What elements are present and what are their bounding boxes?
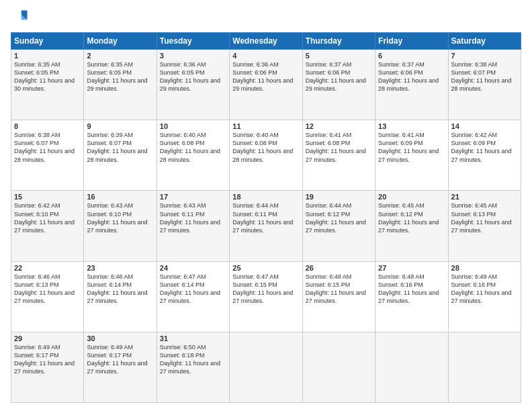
calendar-header: SundayMondayTuesdayWednesdayThursdayFrid…: [11, 33, 521, 50]
weekday-header: Tuesday: [157, 33, 229, 50]
weekday-header: Friday: [375, 33, 448, 50]
calendar-cell: 15Sunrise: 6:42 AMSunset: 6:10 PMDayligh…: [11, 191, 84, 261]
calendar-cell: [302, 332, 375, 402]
day-number: 4: [232, 52, 299, 60]
calendar-cell: 14Sunrise: 6:42 AMSunset: 6:09 PMDayligh…: [448, 120, 521, 191]
calendar-cell: 19Sunrise: 6:44 AMSunset: 6:12 PMDayligh…: [302, 191, 375, 261]
day-number: 9: [87, 122, 153, 130]
calendar-cell: 10Sunrise: 6:40 AMSunset: 6:08 PMDayligh…: [157, 120, 229, 191]
day-number: 10: [160, 122, 226, 130]
calendar-cell: 6Sunrise: 6:37 AMSunset: 6:06 PMDaylight…: [375, 50, 448, 120]
calendar-body: 1Sunrise: 6:35 AMSunset: 6:05 PMDaylight…: [11, 50, 521, 403]
day-number: 17: [160, 193, 226, 201]
day-number: 15: [14, 193, 81, 201]
page: SundayMondayTuesdayWednesdayThursdayFrid…: [0, 0, 532, 411]
day-info: Sunrise: 6:41 AMSunset: 6:08 PMDaylight:…: [306, 131, 372, 164]
calendar-cell: 2Sunrise: 6:35 AMSunset: 6:05 PMDaylight…: [84, 50, 157, 120]
calendar-cell: 18Sunrise: 6:44 AMSunset: 6:11 PMDayligh…: [230, 191, 302, 261]
day-number: 29: [14, 334, 81, 342]
day-info: Sunrise: 6:37 AMSunset: 6:06 PMDaylight:…: [306, 60, 372, 93]
day-info: Sunrise: 6:43 AMSunset: 6:11 PMDaylight:…: [160, 201, 226, 234]
calendar-cell: 25Sunrise: 6:47 AMSunset: 6:15 PMDayligh…: [230, 261, 302, 332]
weekday-header: Thursday: [302, 33, 375, 50]
calendar-week-row: 29Sunrise: 6:49 AMSunset: 6:17 PMDayligh…: [11, 332, 521, 402]
day-info: Sunrise: 6:46 AMSunset: 6:14 PMDaylight:…: [87, 273, 153, 306]
calendar-cell: 9Sunrise: 6:39 AMSunset: 6:07 PMDaylight…: [84, 120, 157, 191]
calendar-cell: [448, 332, 521, 402]
calendar-cell: 17Sunrise: 6:43 AMSunset: 6:11 PMDayligh…: [157, 191, 229, 261]
day-number: 2: [87, 52, 153, 60]
day-info: Sunrise: 6:41 AMSunset: 6:09 PMDaylight:…: [378, 131, 445, 164]
day-info: Sunrise: 6:40 AMSunset: 6:08 PMDaylight:…: [160, 131, 226, 164]
calendar-week-row: 22Sunrise: 6:46 AMSunset: 6:13 PMDayligh…: [11, 261, 521, 332]
day-number: 21: [451, 193, 518, 201]
day-info: Sunrise: 6:37 AMSunset: 6:06 PMDaylight:…: [378, 60, 445, 93]
day-number: 19: [306, 193, 372, 201]
day-info: Sunrise: 6:42 AMSunset: 6:10 PMDaylight:…: [14, 201, 81, 234]
day-info: Sunrise: 6:48 AMSunset: 6:16 PMDaylight:…: [378, 273, 445, 306]
day-number: 20: [378, 193, 445, 201]
day-info: Sunrise: 6:45 AMSunset: 6:12 PMDaylight:…: [378, 201, 445, 234]
day-number: 27: [378, 264, 445, 272]
calendar-cell: 16Sunrise: 6:43 AMSunset: 6:10 PMDayligh…: [84, 191, 157, 261]
weekday-header: Monday: [84, 33, 157, 50]
calendar-cell: 13Sunrise: 6:41 AMSunset: 6:09 PMDayligh…: [375, 120, 448, 191]
day-number: 25: [232, 264, 299, 272]
day-number: 14: [451, 122, 518, 130]
calendar-cell: 26Sunrise: 6:48 AMSunset: 6:15 PMDayligh…: [302, 261, 375, 332]
calendar-cell: 20Sunrise: 6:45 AMSunset: 6:12 PMDayligh…: [375, 191, 448, 261]
weekday-header: Sunday: [11, 33, 84, 50]
weekday-header-row: SundayMondayTuesdayWednesdayThursdayFrid…: [11, 33, 521, 50]
day-number: 30: [87, 334, 153, 342]
calendar-cell: 27Sunrise: 6:48 AMSunset: 6:16 PMDayligh…: [375, 261, 448, 332]
calendar-cell: 29Sunrise: 6:49 AMSunset: 6:17 PMDayligh…: [11, 332, 84, 402]
day-number: 16: [87, 193, 153, 201]
day-info: Sunrise: 6:47 AMSunset: 6:15 PMDaylight:…: [232, 273, 299, 306]
calendar-cell: 5Sunrise: 6:37 AMSunset: 6:06 PMDaylight…: [302, 50, 375, 120]
day-number: 13: [378, 122, 445, 130]
day-info: Sunrise: 6:43 AMSunset: 6:10 PMDaylight:…: [87, 201, 153, 234]
day-info: Sunrise: 6:45 AMSunset: 6:13 PMDaylight:…: [451, 201, 518, 234]
calendar-week-row: 15Sunrise: 6:42 AMSunset: 6:10 PMDayligh…: [11, 191, 521, 261]
calendar-cell: 12Sunrise: 6:41 AMSunset: 6:08 PMDayligh…: [302, 120, 375, 191]
calendar-cell: 21Sunrise: 6:45 AMSunset: 6:13 PMDayligh…: [448, 191, 521, 261]
calendar-cell: 4Sunrise: 6:36 AMSunset: 6:06 PMDaylight…: [230, 50, 302, 120]
day-number: 1: [14, 52, 81, 60]
weekday-header: Saturday: [448, 33, 521, 50]
calendar-cell: 22Sunrise: 6:46 AMSunset: 6:13 PMDayligh…: [11, 261, 84, 332]
day-number: 6: [378, 52, 445, 60]
day-info: Sunrise: 6:42 AMSunset: 6:09 PMDaylight:…: [451, 131, 518, 164]
day-info: Sunrise: 6:47 AMSunset: 6:14 PMDaylight:…: [160, 273, 226, 306]
header: [11, 8, 521, 27]
day-info: Sunrise: 6:46 AMSunset: 6:13 PMDaylight:…: [14, 273, 81, 306]
day-number: 8: [14, 122, 81, 130]
day-info: Sunrise: 6:36 AMSunset: 6:06 PMDaylight:…: [232, 60, 299, 93]
day-info: Sunrise: 6:40 AMSunset: 6:08 PMDaylight:…: [232, 131, 299, 164]
day-info: Sunrise: 6:35 AMSunset: 6:05 PMDaylight:…: [14, 60, 81, 93]
day-number: 5: [306, 52, 372, 60]
logo-icon: [11, 8, 30, 27]
calendar-cell: 28Sunrise: 6:49 AMSunset: 6:16 PMDayligh…: [448, 261, 521, 332]
calendar-cell: 11Sunrise: 6:40 AMSunset: 6:08 PMDayligh…: [230, 120, 302, 191]
day-number: 26: [306, 264, 372, 272]
day-info: Sunrise: 6:38 AMSunset: 6:07 PMDaylight:…: [451, 60, 518, 93]
calendar-cell: 31Sunrise: 6:50 AMSunset: 6:18 PMDayligh…: [157, 332, 229, 402]
logo: [11, 8, 32, 27]
calendar-week-row: 8Sunrise: 6:38 AMSunset: 6:07 PMDaylight…: [11, 120, 521, 191]
day-info: Sunrise: 6:36 AMSunset: 6:05 PMDaylight:…: [160, 60, 226, 93]
day-number: 31: [160, 334, 226, 342]
day-number: 23: [87, 264, 153, 272]
day-info: Sunrise: 6:49 AMSunset: 6:17 PMDaylight:…: [87, 343, 153, 376]
calendar-cell: 7Sunrise: 6:38 AMSunset: 6:07 PMDaylight…: [448, 50, 521, 120]
calendar-cell: 1Sunrise: 6:35 AMSunset: 6:05 PMDaylight…: [11, 50, 84, 120]
calendar-cell: [230, 332, 302, 402]
day-number: 12: [306, 122, 372, 130]
day-number: 24: [160, 264, 226, 272]
day-number: 18: [232, 193, 299, 201]
day-info: Sunrise: 6:50 AMSunset: 6:18 PMDaylight:…: [160, 343, 226, 376]
day-info: Sunrise: 6:48 AMSunset: 6:15 PMDaylight:…: [306, 273, 372, 306]
day-info: Sunrise: 6:35 AMSunset: 6:05 PMDaylight:…: [87, 60, 153, 93]
day-info: Sunrise: 6:44 AMSunset: 6:12 PMDaylight:…: [306, 201, 372, 234]
day-info: Sunrise: 6:44 AMSunset: 6:11 PMDaylight:…: [232, 201, 299, 234]
calendar-cell: 8Sunrise: 6:38 AMSunset: 6:07 PMDaylight…: [11, 120, 84, 191]
